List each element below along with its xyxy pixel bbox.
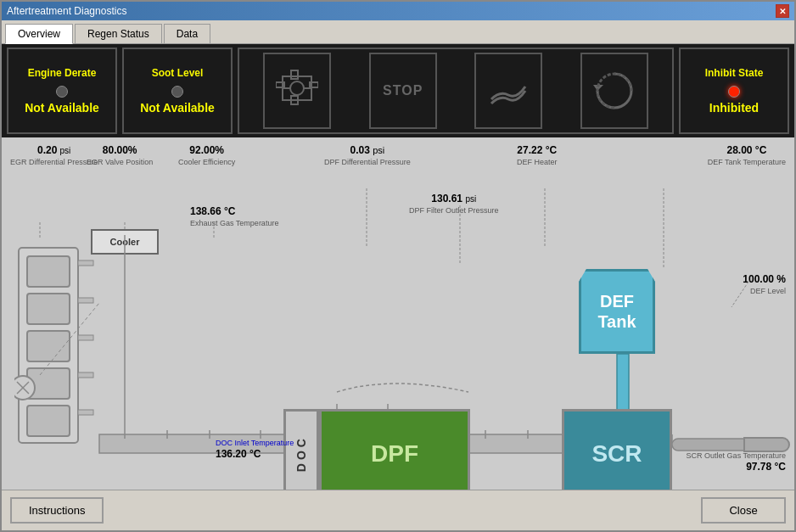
dpf-dp-label: DPF Differential Pressure: [324, 158, 411, 167]
scr-outlet-temp-label-text: SCR Outlet Gas Temperature: [687, 451, 786, 461]
cooler-eff-value: 92.00%: [178, 144, 235, 158]
inhibit-state-panel: Inhibit State Inhibited: [679, 48, 789, 134]
main-window: Aftertreatment Diagnostics ✕ Overview Re…: [0, 0, 796, 532]
def-tank: DEFTank: [579, 269, 655, 354]
engine-derate-panel: Engine Derate Not Available: [7, 48, 117, 134]
egr-dp-unit: psi: [60, 146, 71, 155]
instructions-button[interactable]: Instructions: [10, 497, 104, 524]
svg-rect-11: [27, 294, 70, 324]
dpf-label: DPF: [371, 440, 418, 468]
inhibit-state-value: Inhibited: [709, 101, 759, 115]
engine-icon: [276, 64, 318, 118]
cooler-box: Cooler: [91, 229, 159, 255]
dpf-fo-value: 130.61 psi: [409, 193, 499, 206]
soot-level-panel: Soot Level Not Available: [122, 48, 233, 134]
tab-data[interactable]: Data: [164, 24, 210, 43]
svg-rect-25: [468, 434, 566, 453]
egr-vp-label: EGR Valve Position: [87, 158, 153, 167]
tab-bar: Overview Regen Status Data: [2, 20, 794, 44]
scr-outlet-temp-value: 97.78 °C: [687, 461, 786, 474]
engine-derate-label: Engine Derate: [28, 67, 97, 79]
scr-box: SCR: [562, 409, 672, 490]
doc-label: DOC: [294, 435, 308, 472]
engine-diagram: [14, 222, 95, 451]
def-tank-temp-value: 28.00 °C: [708, 144, 786, 158]
inhibit-state-indicator: [728, 86, 740, 98]
engine-derate-indicator: [56, 86, 68, 98]
egr-differential-pressure-label: 0.20 psi EGR Differential Pressure: [10, 144, 98, 166]
def-heater-label-text: DEF Heater: [517, 158, 558, 167]
def-tank-label: DEFTank: [597, 291, 636, 332]
def-level-label-text: DEF Level: [743, 287, 786, 296]
main-content: Engine Derate Not Available Soot Level N…: [2, 44, 794, 530]
cooler-eff-label: Cooler Efficiency: [178, 158, 235, 167]
dpf-dp-value: 0.03 psi: [324, 144, 411, 158]
def-heater-label: 27.22 °C DEF Heater: [517, 144, 558, 166]
exhaust-pipe: [743, 437, 790, 452]
dpf-filter-outlet-label: 130.61 psi DPF Filter Outlet Pressure: [409, 193, 499, 215]
def-level-value: 100.00 %: [743, 273, 786, 287]
inhibit-state-label: Inhibit State: [705, 67, 764, 79]
window-close-button[interactable]: ✕: [776, 4, 789, 18]
svg-rect-10: [27, 256, 70, 287]
regen-icon-box: [580, 53, 648, 129]
egt-value: 138.66 °C: [190, 205, 278, 219]
status-bar: Engine Derate Not Available Soot Level N…: [2, 44, 794, 137]
svg-rect-19: [78, 298, 93, 303]
dpf-box: DPF: [319, 409, 470, 490]
egt-label: Exhaust Gas Temperature: [190, 219, 278, 228]
svg-point-5: [290, 81, 304, 95]
svg-rect-22: [78, 410, 93, 415]
cooler-efficiency-label: 92.00% Cooler Efficiency: [178, 144, 235, 166]
def-tank-temp-label: 28.00 °C DEF Tank Temperature: [708, 144, 786, 166]
engine-derate-value: Not Available: [25, 101, 99, 115]
stop-icon: STOP: [383, 83, 423, 98]
egr-dp-label: EGR Differential Pressure: [10, 158, 98, 167]
scr-label: SCR: [591, 440, 642, 468]
title-bar: Aftertreatment Diagnostics ✕: [2, 2, 794, 20]
doc-inlet-temp-label-text: DOC Inlet Temperature: [216, 439, 294, 448]
bottom-bar: Instructions Close: [2, 490, 794, 530]
icon-panel-group: STOP: [239, 49, 672, 132]
soot-level-indicator: [171, 86, 183, 98]
svg-rect-18: [78, 260, 93, 266]
def-tank-temp-label-text: DEF Tank Temperature: [708, 158, 786, 167]
soot-level-label: Soot Level: [152, 67, 204, 79]
svg-rect-20: [78, 335, 93, 340]
scr-outlet-temp-label: SCR Outlet Gas Temperature 97.78 °C: [687, 451, 786, 473]
doc-inlet-temp-value: 136.20 °C: [216, 448, 294, 462]
icon-panels: STOP: [238, 48, 674, 134]
cooler-label: Cooler: [110, 237, 140, 247]
svg-rect-21: [78, 372, 93, 378]
doc-inlet-temp-label: DOC Inlet Temperature 136.20 °C: [216, 439, 294, 461]
exhaust-gas-temp-label: 138.66 °C Exhaust Gas Temperature: [190, 205, 278, 227]
diagram-area: 0.20 psi EGR Differential Pressure 80.00…: [2, 137, 794, 490]
egr-valve-position-label: 80.00% EGR Valve Position: [87, 144, 153, 166]
svg-rect-12: [27, 331, 70, 361]
svg-rect-1: [291, 70, 298, 79]
tab-overview[interactable]: Overview: [5, 24, 73, 44]
close-button[interactable]: Close: [701, 497, 786, 524]
svg-rect-14: [27, 406, 70, 436]
soot-level-value: Not Available: [140, 101, 215, 115]
window-title: Aftertreatment Diagnostics: [7, 5, 126, 17]
def-level-label: 100.00 % DEF Level: [743, 273, 786, 295]
dpf-differential-pressure-label: 0.03 psi DPF Differential Pressure: [324, 144, 411, 166]
egr-vp-value: 80.00%: [87, 144, 153, 158]
stop-icon-box: STOP: [369, 53, 437, 129]
def-heater-value: 27.22 °C: [517, 144, 558, 158]
exhaust-icon: [487, 70, 530, 112]
egr-dp-value: 0.20: [37, 144, 57, 156]
exhaust-icon-box: [474, 53, 542, 129]
engine-icon-box: [263, 53, 331, 129]
tab-regen-status[interactable]: Regen Status: [75, 24, 162, 43]
dpf-fo-label: DPF Filter Outlet Pressure: [409, 206, 499, 216]
regen-icon: [593, 70, 636, 112]
svg-point-15: [14, 376, 35, 400]
